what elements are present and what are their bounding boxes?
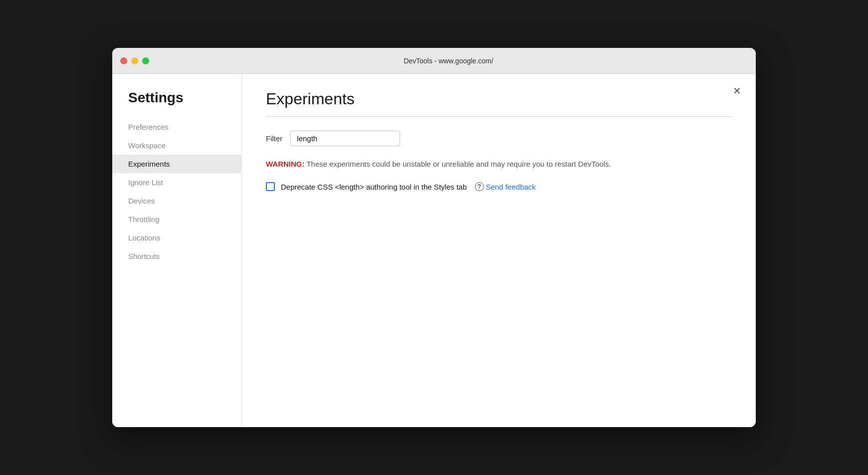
experiment-label: Deprecate CSS <length> authoring tool in… — [281, 183, 467, 191]
warning-body: These experiments could be unstable or u… — [305, 160, 611, 168]
titlebar: DevTools - www.google.com/ — [112, 48, 756, 74]
sidebar-item-devices[interactable]: Devices — [112, 192, 241, 210]
close-button[interactable]: ✕ — [730, 84, 744, 98]
filter-input[interactable] — [290, 131, 400, 146]
content-area: Settings Preferences Workspace Experimen… — [112, 74, 756, 427]
warning-message: WARNING: These experiments could be unst… — [266, 158, 732, 170]
sidebar-item-ignore-list[interactable]: Ignore List — [112, 173, 241, 192]
sidebar-item-locations[interactable]: Locations — [112, 229, 241, 247]
minimize-traffic-light[interactable] — [131, 57, 138, 64]
close-traffic-light[interactable] — [120, 57, 127, 64]
devtools-window: DevTools - www.google.com/ Settings Pref… — [112, 48, 756, 427]
maximize-traffic-light[interactable] — [142, 57, 149, 64]
sidebar-heading: Settings — [112, 90, 241, 118]
help-icon[interactable]: ? — [475, 182, 484, 191]
traffic-lights — [120, 57, 149, 64]
warning-label: WARNING: — [266, 160, 305, 168]
sidebar-item-preferences[interactable]: Preferences — [112, 118, 241, 136]
sidebar-item-experiments[interactable]: Experiments — [112, 155, 241, 173]
experiment-row: Deprecate CSS <length> authoring tool in… — [266, 182, 732, 191]
main-content: ✕ Experiments Filter WARNING: These expe… — [242, 74, 756, 427]
filter-row: Filter — [266, 131, 732, 146]
sidebar-item-shortcuts[interactable]: Shortcuts — [112, 247, 241, 265]
sidebar: Settings Preferences Workspace Experimen… — [112, 74, 242, 427]
send-feedback-link[interactable]: Send feedback — [486, 183, 536, 191]
sidebar-item-throttling[interactable]: Throttling — [112, 210, 241, 229]
filter-label: Filter — [266, 134, 282, 143]
titlebar-title: DevTools - www.google.com/ — [149, 57, 748, 65]
experiment-checkbox[interactable] — [266, 182, 275, 191]
sidebar-item-workspace[interactable]: Workspace — [112, 136, 241, 155]
experiment-meta: ? Send feedback — [473, 182, 536, 191]
page-title: Experiments — [266, 90, 732, 108]
title-divider — [266, 116, 732, 117]
